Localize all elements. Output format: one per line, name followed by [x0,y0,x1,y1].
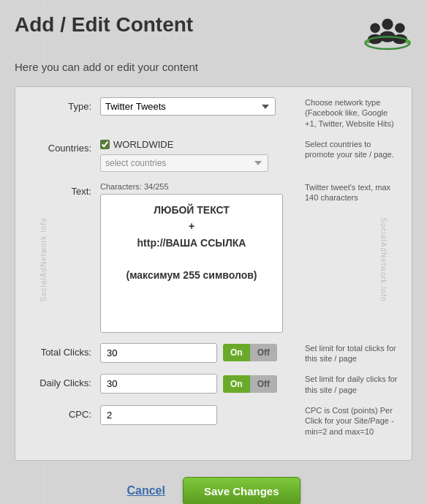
daily-clicks-inner: On Off [100,374,298,394]
daily-clicks-toggle: On Off [223,375,277,393]
countries-row: Countries: WORLDWIDE select countries Se… [27,139,400,172]
logo-icon [363,13,412,53]
text-preview[interactable]: ЛЮБОЙ ТЕКСТ+http://ВАША ССЫЛКА(максимум … [100,194,283,333]
svg-point-2 [382,19,393,30]
total-clicks-off-button[interactable]: Off [250,344,277,361]
total-clicks-on-button[interactable]: On [223,344,250,361]
cpc-label: CPC: [27,405,100,420]
text-hint: Twitter tweet's text, max 140 characters [298,182,400,203]
worldwide-checkbox-row: WORLDWIDE [100,139,298,150]
total-clicks-label: Total Clicks: [27,343,100,358]
cpc-control [100,405,298,425]
page-title: Add / Edit Content [15,13,193,37]
daily-clicks-input[interactable] [100,374,217,394]
svg-point-7 [366,40,369,43]
type-label: Type: [27,97,100,112]
total-clicks-hint: Set limit for total clicks for this site… [298,343,400,364]
countries-select[interactable]: select countries [100,154,268,172]
daily-clicks-control: On Off [100,374,298,394]
footer-row: Cancel Save Changes [15,477,412,504]
form-area: Type: Twitter Tweets Choose network type… [15,86,412,461]
type-row: Type: Twitter Tweets Choose network type… [27,97,400,129]
char-count: Characters: 34/255 [100,182,298,191]
daily-clicks-off-button[interactable]: Off [250,375,277,393]
daily-clicks-row: Daily Clicks: On Off Set limit for daily… [27,374,400,395]
svg-point-8 [406,40,409,43]
save-button[interactable]: Save Changes [183,477,301,504]
total-clicks-row: Total Clicks: On Off Set limit for total… [27,343,400,364]
text-row: Text: Characters: 34/255 ЛЮБОЙ ТЕКСТ+htt… [27,182,400,333]
page-subtitle: Here you can add or edit your content [15,61,412,73]
total-clicks-input[interactable] [100,343,217,363]
svg-point-0 [370,23,380,34]
text-label: Text: [27,182,100,197]
worldwide-checkbox[interactable] [100,140,110,149]
countries-label: Countries: [27,139,100,154]
countries-control: WORLDWIDE select countries [100,139,298,172]
daily-clicks-label: Daily Clicks: [27,374,100,388]
header-row: Add / Edit Content [15,13,412,53]
cpc-input[interactable] [100,405,217,425]
type-hint: Choose network type (Facebook like, Goog… [298,97,400,129]
cpc-hint: CPC is Cost (points) Per Click for your … [298,405,400,437]
worldwide-label[interactable]: WORLDWIDE [113,139,173,150]
svg-point-4 [395,23,405,34]
total-clicks-control: On Off [100,343,298,363]
cancel-button[interactable]: Cancel [126,484,165,497]
total-clicks-inner: On Off [100,343,298,363]
daily-clicks-on-button[interactable]: On [223,375,250,393]
cpc-row: CPC: CPC is Cost (points) Per Click for … [27,405,400,437]
daily-clicks-hint: Set limit for daily clicks for this site… [298,374,400,395]
type-control: Twitter Tweets [100,97,298,116]
text-control: Characters: 34/255 ЛЮБОЙ ТЕКСТ+http://ВА… [100,182,298,333]
text-preview-content: ЛЮБОЙ ТЕКСТ+http://ВАША ССЫЛКА(максимум … [107,202,276,284]
page-container: SocialAdNetwork.info SocialAdNetwork.inf… [0,0,427,504]
countries-hint: Select countries to promote your site / … [298,139,400,160]
total-clicks-toggle: On Off [223,344,277,361]
type-select[interactable]: Twitter Tweets [100,97,276,116]
